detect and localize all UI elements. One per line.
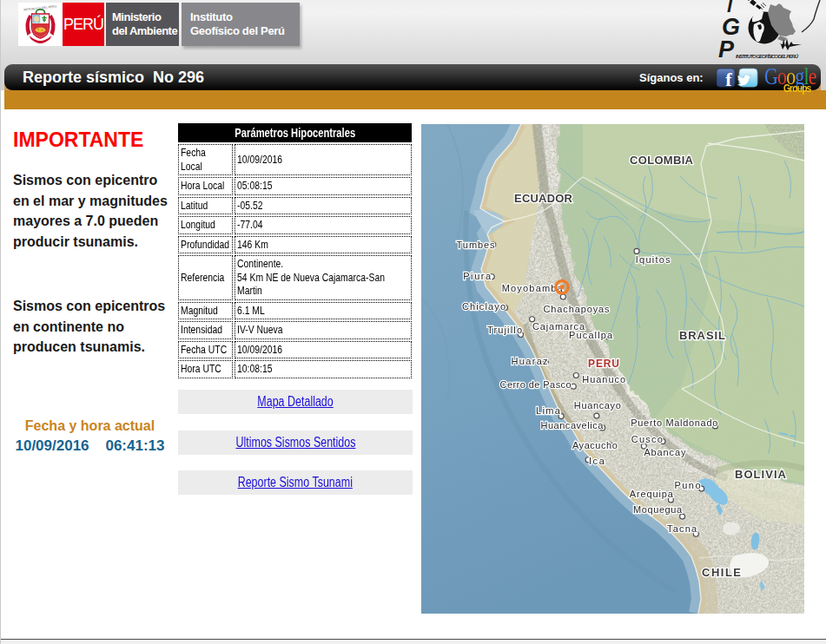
svg-text:BRASIL: BRASIL (679, 329, 726, 342)
svg-text:Huancavelica: Huancavelica (540, 420, 604, 430)
svg-text:BOLIVIA: BOLIVIA (735, 468, 787, 481)
svg-text:Lima: Lima (536, 405, 561, 416)
svg-text:Cusco: Cusco (631, 434, 663, 444)
svg-text:INSTITUTO GEOFÍSICO DEL PERÚ: INSTITUTO GEOFÍSICO DEL PERÚ (736, 54, 799, 59)
svg-text:PERU: PERU (588, 358, 621, 370)
svg-text:Tumbes: Tumbes (457, 240, 496, 250)
svg-text:Ica: Ica (589, 456, 605, 466)
svg-text:Chachapoyas: Chachapoyas (544, 304, 611, 314)
svg-text:Moyobamba: Moyobamba (502, 283, 564, 293)
svg-text:Tacna: Tacna (667, 523, 697, 534)
svg-text:Huancayo: Huancayo (574, 400, 621, 411)
svg-text:REPUBLICA DEL PERU: REPUBLICA DEL PERU (23, 4, 57, 11)
svg-text:Huanuco: Huanuco (582, 374, 625, 384)
svg-text:f: f (725, 69, 732, 89)
svg-text:Puerto Maldonado: Puerto Maldonado (631, 417, 717, 428)
svg-text:Arequipa: Arequipa (630, 489, 674, 499)
svg-text:ECUADOR: ECUADOR (514, 192, 573, 205)
svg-text:Ayacucho: Ayacucho (572, 440, 618, 450)
svg-text:Pucallpa: Pucallpa (569, 330, 613, 340)
svg-text:Iquitos: Iquitos (636, 254, 671, 265)
svg-text:Cerro de Pasco: Cerro de Pasco (500, 379, 572, 390)
svg-text:COLOMBIA: COLOMBIA (630, 154, 694, 167)
svg-text:Chiclayo: Chiclayo (462, 301, 506, 312)
svg-text:Piura: Piura (463, 271, 492, 281)
svg-text:Trujillo: Trujillo (487, 325, 522, 335)
svg-text:Abancay: Abancay (644, 447, 686, 457)
svg-text:P: P (718, 36, 735, 62)
svg-text:CHILE: CHILE (702, 566, 742, 579)
svg-text:Huaraz: Huaraz (512, 356, 548, 366)
svg-text:Moquegua: Moquegua (633, 504, 683, 515)
